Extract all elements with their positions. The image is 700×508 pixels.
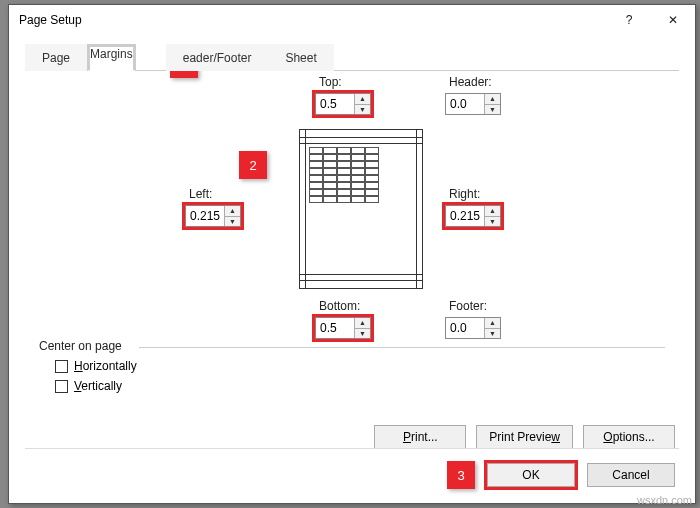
cancel-button[interactable]: Cancel — [587, 463, 675, 487]
bottom-input[interactable] — [316, 319, 354, 337]
left-spinner[interactable]: ▲▼ — [185, 205, 241, 227]
options-button[interactable]: Options... — [583, 425, 675, 449]
close-button[interactable]: ✕ — [651, 5, 695, 35]
horizontally-label: Horizontally — [74, 359, 137, 373]
tab-page[interactable]: Page — [25, 44, 87, 71]
page-setup-dialog: Page Setup ? ✕ Page Margins 1 eader/Foot… — [8, 4, 696, 504]
header-stepper[interactable]: ▲▼ — [484, 94, 500, 114]
horizontally-checkbox[interactable]: Horizontally — [55, 359, 665, 373]
close-icon: ✕ — [668, 13, 678, 27]
print-preview-button[interactable]: Print Preview — [476, 425, 573, 449]
vertically-checkbox[interactable]: Vertically — [55, 379, 665, 393]
header-label: Header: — [449, 75, 492, 89]
margins-panel: Top: ▲▼ Header: ▲▼ 2 Left: ▲▼ Right: ▲▼ — [9, 71, 695, 451]
down-arrow-icon[interactable]: ▼ — [485, 105, 500, 115]
help-icon: ? — [626, 13, 633, 27]
top-input[interactable] — [316, 95, 354, 113]
footer-input[interactable] — [446, 319, 484, 337]
down-arrow-icon[interactable]: ▼ — [355, 329, 370, 339]
down-arrow-icon[interactable]: ▼ — [485, 217, 500, 227]
center-on-page-group: Center on page Horizontally Vertically — [39, 339, 665, 393]
left-stepper[interactable]: ▲▼ — [224, 206, 240, 226]
up-arrow-icon[interactable]: ▲ — [355, 318, 370, 329]
right-input[interactable] — [446, 207, 484, 225]
down-arrow-icon[interactable]: ▼ — [485, 329, 500, 339]
footer-stepper[interactable]: ▲▼ — [484, 318, 500, 338]
top-spinner[interactable]: ▲▼ — [315, 93, 371, 115]
up-arrow-icon[interactable]: ▲ — [485, 94, 500, 105]
right-spinner[interactable]: ▲▼ — [445, 205, 501, 227]
tab-sheet[interactable]: Sheet — [268, 44, 333, 71]
header-input[interactable] — [446, 95, 484, 113]
titlebar: Page Setup ? ✕ — [9, 5, 695, 35]
watermark: wsxdn.com — [637, 494, 692, 506]
callout-3: 3 — [447, 461, 475, 489]
center-legend: Center on page — [39, 339, 128, 353]
print-button[interactable]: Print... — [374, 425, 466, 449]
left-label: Left: — [189, 187, 212, 201]
action-row: Print... Print Preview Options... — [374, 425, 675, 449]
bottom-stepper[interactable]: ▲▼ — [354, 318, 370, 338]
up-arrow-icon[interactable]: ▲ — [485, 206, 500, 217]
tab-header-footer[interactable]: eader/Footer — [166, 44, 269, 71]
footer-spinner[interactable]: ▲▼ — [445, 317, 501, 339]
tab-margins[interactable]: Margins — [87, 44, 136, 71]
top-label: Top: — [319, 75, 342, 89]
up-arrow-icon[interactable]: ▲ — [485, 318, 500, 329]
ok-button[interactable]: OK — [487, 463, 575, 487]
preview-cells — [309, 147, 379, 203]
dialog-title: Page Setup — [19, 13, 607, 27]
header-spinner[interactable]: ▲▼ — [445, 93, 501, 115]
checkbox-icon — [55, 360, 68, 373]
help-button[interactable]: ? — [607, 5, 651, 35]
footer-label: Footer: — [449, 299, 487, 313]
callout-2: 2 — [239, 151, 267, 179]
top-stepper[interactable]: ▲▼ — [354, 94, 370, 114]
down-arrow-icon[interactable]: ▼ — [225, 217, 240, 227]
commit-row: 3 OK Cancel — [447, 461, 675, 489]
up-arrow-icon[interactable]: ▲ — [225, 206, 240, 217]
tab-strip: Page Margins 1 eader/Footer Sheet — [25, 43, 679, 71]
right-label: Right: — [449, 187, 480, 201]
checkbox-icon — [55, 380, 68, 393]
separator — [25, 448, 679, 449]
right-stepper[interactable]: ▲▼ — [484, 206, 500, 226]
page-preview — [299, 129, 423, 289]
vertically-label: Vertically — [74, 379, 122, 393]
left-input[interactable] — [186, 207, 224, 225]
up-arrow-icon[interactable]: ▲ — [355, 94, 370, 105]
down-arrow-icon[interactable]: ▼ — [355, 105, 370, 115]
bottom-spinner[interactable]: ▲▼ — [315, 317, 371, 339]
bottom-label: Bottom: — [319, 299, 360, 313]
